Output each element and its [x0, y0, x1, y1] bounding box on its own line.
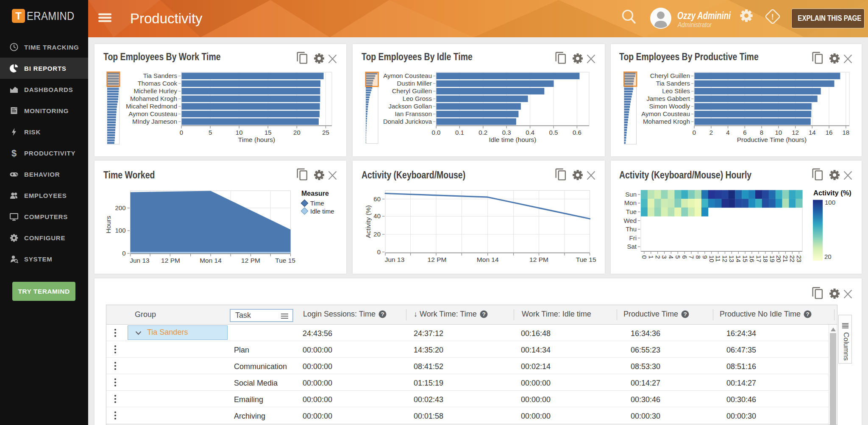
svg-text:100: 100	[825, 199, 835, 206]
svg-text:0: 0	[377, 248, 381, 256]
svg-text:12 PM: 12 PM	[161, 257, 180, 264]
svg-text:James Gabbert: James Gabbert	[646, 95, 690, 102]
svg-text:12: 12	[721, 256, 729, 263]
svg-text:?: ?	[806, 311, 809, 317]
svg-text:10: 10	[775, 129, 782, 136]
svg-text:15: 15	[264, 129, 272, 136]
svg-text:Tue 15: Tue 15	[576, 256, 596, 263]
svg-text:Jun 13: Jun 13	[385, 256, 405, 263]
svg-text:Mohamed Krogh: Mohamed Krogh	[643, 118, 690, 125]
svg-text:Thomas Cook: Thomas Cook	[138, 80, 178, 87]
svg-text:0.1: 0.1	[455, 129, 464, 136]
svg-text:Aymon Cousteau: Aymon Cousteau	[128, 110, 177, 117]
svg-text:MIndy Jameson: MIndy Jameson	[132, 118, 177, 125]
svg-text:Micahel Redmond: Micahel Redmond	[126, 103, 177, 110]
svg-text:Jackson Gollan: Jackson Gollan	[388, 103, 432, 110]
svg-text:19: 19	[769, 256, 776, 263]
svg-text:20: 20	[293, 129, 300, 136]
svg-text:40: 40	[373, 212, 381, 219]
svg-text:7: 7	[688, 256, 695, 259]
svg-text:0.3: 0.3	[502, 129, 511, 136]
svg-text:15: 15	[742, 256, 749, 263]
svg-text:Time: Time	[310, 200, 324, 207]
svg-text:0: 0	[693, 129, 696, 136]
svg-text:Sun: Sun	[625, 191, 637, 198]
svg-text:11: 11	[715, 256, 722, 262]
svg-text:12: 12	[792, 129, 799, 136]
svg-text:16: 16	[748, 256, 756, 263]
svg-text:12 PM: 12 PM	[529, 256, 548, 263]
svg-text:12 PM: 12 PM	[428, 256, 447, 263]
svg-text:Leo Stiles: Leo Stiles	[662, 87, 690, 94]
svg-text:4: 4	[726, 129, 729, 136]
svg-text:200: 200	[115, 204, 125, 211]
svg-text:6: 6	[743, 129, 746, 136]
svg-text:0.4: 0.4	[526, 129, 534, 136]
svg-text:22: 22	[789, 256, 796, 263]
svg-text:$: $	[11, 148, 17, 158]
svg-text:Tue: Tue	[626, 208, 637, 215]
svg-text:Simon Woodly: Simon Woodly	[649, 103, 690, 110]
svg-text:3: 3	[661, 256, 668, 259]
svg-text:14: 14	[809, 129, 816, 136]
svg-text:Productive Time (hours): Productive Time (hours)	[737, 136, 807, 143]
svg-text:Michelle Hurley: Michelle Hurley	[134, 87, 177, 94]
svg-text:16: 16	[826, 129, 833, 136]
svg-text:Wed: Wed	[623, 217, 637, 224]
svg-text:Idle time (hours): Idle time (hours)	[489, 136, 537, 143]
svg-text:Ian Fransson: Ian Fransson	[395, 110, 432, 117]
svg-text:0.0: 0.0	[432, 129, 441, 136]
svg-text:8: 8	[760, 129, 763, 136]
svg-text:0.6: 0.6	[573, 129, 581, 136]
svg-text:Mon: Mon	[624, 199, 637, 206]
svg-text:?: ?	[683, 311, 687, 317]
svg-text:Dustin Miller: Dustin Miller	[397, 80, 432, 87]
svg-text:?: ?	[381, 311, 384, 317]
svg-text:0: 0	[641, 256, 648, 259]
svg-text:Hours: Hours	[105, 216, 112, 233]
svg-text:Leo Gross: Leo Gross	[403, 95, 432, 102]
svg-text:4: 4	[668, 256, 675, 259]
svg-text:Donald Jurickova: Donald Jurickova	[383, 118, 432, 125]
svg-text:Activity (%): Activity (%)	[813, 189, 851, 197]
svg-text:0: 0	[122, 250, 125, 257]
svg-text:0.2: 0.2	[479, 129, 487, 136]
svg-text:Time (hours): Time (hours)	[238, 136, 275, 143]
svg-text:10: 10	[236, 129, 243, 136]
svg-text:20: 20	[775, 256, 782, 263]
svg-text:21: 21	[782, 256, 789, 263]
svg-text:17: 17	[755, 256, 762, 263]
svg-text:Mon 14: Mon 14	[200, 257, 222, 264]
svg-text:5: 5	[209, 129, 212, 136]
svg-text:20: 20	[824, 253, 832, 260]
svg-text:0.5: 0.5	[549, 129, 558, 136]
svg-text:Aymon Cousteau: Aymon Cousteau	[383, 72, 432, 79]
svg-text:100: 100	[115, 227, 125, 234]
svg-text:Aymon Cousteau: Aymon Cousteau	[641, 110, 690, 117]
svg-text:?: ?	[482, 311, 485, 317]
svg-text:6: 6	[681, 256, 688, 259]
svg-text:Measure: Measure	[301, 190, 329, 197]
svg-text:60: 60	[373, 195, 381, 203]
svg-text:Fri: Fri	[629, 234, 637, 242]
svg-text:0: 0	[180, 129, 183, 136]
svg-text:5: 5	[674, 256, 682, 259]
svg-text:1: 1	[648, 256, 655, 259]
svg-text:18: 18	[762, 256, 769, 263]
svg-text:9: 9	[701, 256, 709, 259]
svg-text:Tia Sanders: Tia Sanders	[656, 80, 690, 87]
svg-text:2: 2	[709, 129, 713, 136]
svg-text:23: 23	[796, 256, 803, 263]
svg-text:Idle time: Idle time	[310, 208, 334, 215]
svg-text:!: !	[771, 12, 774, 21]
svg-text:Cheryl Guillen: Cheryl Guillen	[650, 72, 690, 79]
svg-text:13: 13	[728, 256, 735, 263]
svg-text:14: 14	[735, 256, 742, 263]
svg-text:25: 25	[322, 129, 329, 136]
svg-text:Activity (%): Activity (%)	[364, 205, 372, 238]
svg-text:Mon 14: Mon 14	[477, 256, 499, 263]
svg-text:20: 20	[373, 231, 381, 238]
svg-text:Cheryl Guillen: Cheryl Guillen	[392, 87, 432, 94]
svg-text:Thu: Thu	[626, 225, 637, 233]
svg-text:10: 10	[708, 256, 715, 263]
